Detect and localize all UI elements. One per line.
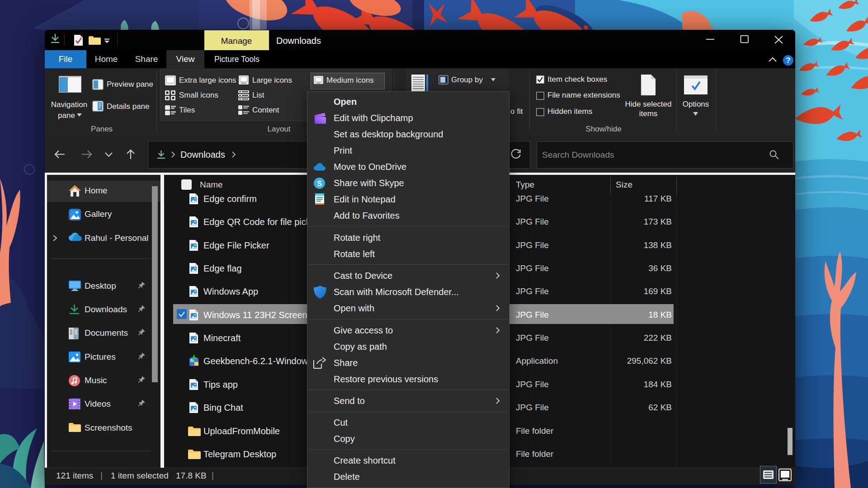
svg-text:S: S: [317, 180, 322, 188]
